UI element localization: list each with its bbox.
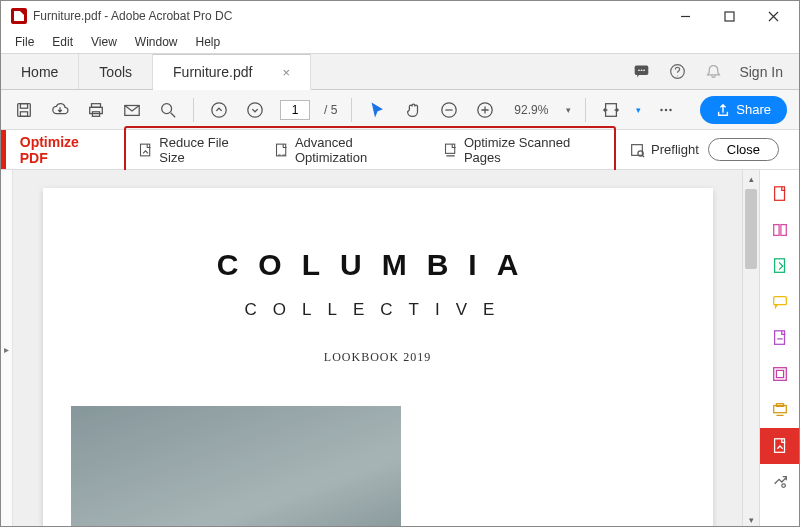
svg-point-20 [665,108,668,111]
svg-point-3 [641,69,643,71]
scroll-up-icon[interactable]: ▴ [743,170,759,187]
rail-more-tools-icon[interactable] [760,464,800,500]
svg-point-19 [661,108,664,111]
doc-image [71,406,401,527]
toolbar-separator [585,98,586,122]
menubar: File Edit View Window Help [1,31,799,53]
svg-point-2 [638,69,640,71]
zoom-dropdown-icon[interactable]: ▾ [566,105,571,115]
tab-tools[interactable]: Tools [79,54,153,89]
toolbar-separator [193,98,194,122]
svg-rect-37 [774,439,784,453]
svg-rect-6 [18,103,31,116]
svg-point-15 [248,102,262,116]
page-down-icon[interactable] [244,99,266,121]
close-window-button[interactable] [751,2,795,30]
menu-view[interactable]: View [83,33,125,51]
workspace: ▸ COLUMBIA COLLECTIVE LOOKBOOK 2019 INSP… [1,170,799,527]
optimize-scanned-pages-button[interactable]: Optimize Scanned Pages [434,130,611,170]
svg-rect-33 [773,368,786,381]
doc-heading-1: COLUMBIA [43,248,713,282]
menu-edit[interactable]: Edit [44,33,81,51]
pointer-icon[interactable] [366,99,388,121]
right-tool-rail [759,170,799,527]
chevron-right-icon: ▸ [4,344,9,355]
svg-point-4 [643,69,645,71]
optimize-close-button[interactable]: Close [708,138,779,161]
doc-subtitle: LOOKBOOK 2019 [43,350,713,365]
minimize-button[interactable] [663,2,707,30]
svg-rect-28 [773,225,778,236]
main-toolbar: / 5 92.9% ▾ ▾ Share [1,90,799,130]
scroll-track[interactable] [743,187,759,511]
hand-icon[interactable] [402,99,424,121]
rail-comment-icon[interactable] [760,284,800,320]
svg-rect-29 [780,225,785,236]
zoom-level[interactable]: 92.9% [510,102,552,118]
search-icon[interactable] [157,99,179,121]
vertical-scrollbar[interactable]: ▴ ▾ [742,170,759,527]
menu-file[interactable]: File [7,33,42,51]
bell-icon[interactable] [703,62,723,82]
zoom-in-icon[interactable] [474,99,496,121]
help-icon[interactable] [667,62,687,82]
tab-close-icon[interactable]: × [282,65,290,80]
svg-point-13 [162,103,172,113]
rail-create-pdf-icon[interactable] [760,176,800,212]
optimize-toolbar: Optimize PDF Reduce File Size Advanced O… [1,130,799,170]
zoom-out-icon[interactable] [438,99,460,121]
svg-rect-22 [141,144,150,156]
svg-point-21 [670,108,673,111]
optimize-title: Optimize PDF [6,134,121,166]
tabbar: Home Tools Furniture.pdf × Sign In [1,54,799,90]
rail-export-icon[interactable] [760,248,800,284]
svg-rect-32 [774,331,784,345]
document-view[interactable]: COLUMBIA COLLECTIVE LOOKBOOK 2019 INSPIR… [13,170,742,527]
svg-rect-23 [276,144,285,156]
optimize-highlighted-group: Reduce File Size Advanced Optimization O… [124,126,616,174]
chat-icon[interactable] [631,62,651,82]
more-tools-icon[interactable] [655,99,677,121]
optimize-scanned-pages-label: Optimize Scanned Pages [464,135,602,165]
rail-organize-icon[interactable] [760,320,800,356]
rail-enhance-scans-icon[interactable] [760,392,800,428]
sign-in-link[interactable]: Sign In [739,64,783,80]
acrobat-app-icon [11,8,27,24]
fit-width-icon[interactable] [600,99,622,121]
svg-rect-31 [773,297,786,305]
svg-rect-0 [725,12,734,21]
tab-document-label: Furniture.pdf [173,64,252,80]
share-label: Share [736,102,771,117]
rail-optimize-pdf-icon[interactable] [760,428,800,464]
svg-rect-34 [776,370,783,377]
mail-icon[interactable] [121,99,143,121]
reduce-file-size-label: Reduce File Size [159,135,251,165]
page-total-label: / 5 [324,103,337,117]
svg-rect-24 [445,144,454,153]
left-panel-toggle[interactable]: ▸ [1,170,13,527]
window-title: Furniture.pdf - Adobe Acrobat Pro DC [33,9,232,23]
menu-help[interactable]: Help [188,33,229,51]
tab-home[interactable]: Home [1,54,79,89]
menu-window[interactable]: Window [127,33,186,51]
cloud-icon[interactable] [49,99,71,121]
tab-document[interactable]: Furniture.pdf × [153,54,311,90]
svg-point-38 [781,484,785,488]
scroll-down-icon[interactable]: ▾ [743,511,759,527]
maximize-button[interactable] [707,2,751,30]
preflight-button[interactable]: Preflight [620,137,708,163]
reduce-file-size-button[interactable]: Reduce File Size [129,130,261,170]
fit-dropdown-icon[interactable]: ▾ [636,105,641,115]
save-icon[interactable] [13,99,35,121]
svg-point-14 [212,102,226,116]
preflight-label: Preflight [651,142,699,157]
advanced-optimization-button[interactable]: Advanced Optimization [265,130,430,170]
scroll-thumb[interactable] [745,189,757,269]
doc-heading-2: COLLECTIVE [43,300,713,320]
print-icon[interactable] [85,99,107,121]
rail-combine-icon[interactable] [760,212,800,248]
page-number-input[interactable] [280,100,310,120]
rail-edit-pdf-icon[interactable] [760,356,800,392]
share-button[interactable]: Share [700,96,787,124]
page-up-icon[interactable] [208,99,230,121]
